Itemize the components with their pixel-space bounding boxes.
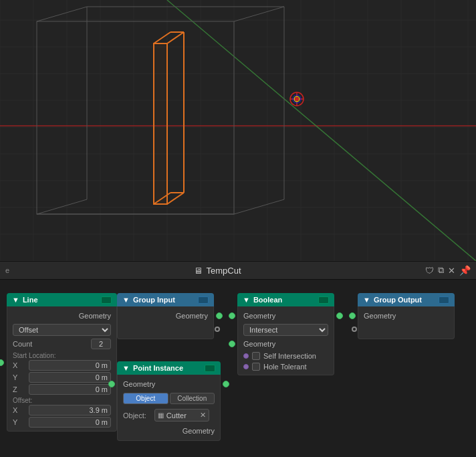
node-pi-object-field-wrapper: Object: ▦ Cutter ✕ (118, 406, 220, 424)
node-line-ox-label: X (13, 406, 26, 414)
node-bool-geom-out-label: Geometry (243, 340, 328, 348)
node-pi-icon (205, 365, 215, 372)
node-line-body: Geometry Offset Count 2 Start Location: … (7, 306, 117, 432)
node-bool-si-checkbox[interactable] (252, 352, 260, 360)
node-go-triangle: ▼ (363, 296, 370, 304)
node-gi-extra-row (118, 323, 213, 336)
node-go-geom-label: Geometry (364, 312, 449, 320)
node-bool-geom-in-socket (229, 312, 235, 319)
node-go-body: Geometry (358, 306, 455, 339)
render-icon: 🖥 (194, 266, 203, 276)
node-gi-geometry-label: Geometry (123, 312, 208, 320)
node-pi-geom-out-row: Geometry (118, 424, 220, 438)
node-line-x-row: X 0 m (7, 359, 116, 371)
node-bool-ht-checkbox[interactable] (252, 363, 260, 371)
node-line-x-label: X (13, 361, 26, 369)
node-group-input: ▼ Group Input Geometry (117, 293, 214, 339)
svg-rect-0 (0, 0, 476, 261)
node-pi-toggle-group: Object Collection (118, 391, 220, 406)
node-pi-geom-in-label: Geometry (123, 380, 215, 388)
node-go-geom-socket (349, 312, 356, 319)
node-pi-object-field[interactable]: ▦ Cutter ✕ (154, 409, 209, 422)
node-go-icon (439, 296, 449, 304)
node-line-ox-value[interactable]: 3.9 m (29, 405, 111, 416)
node-pi-body: Geometry Object Collection Object: ▦ Cut… (117, 375, 221, 441)
node-bool-intersect-row: Intersect (238, 323, 334, 337)
node-line-offset-select[interactable]: Offset (13, 324, 111, 336)
node-line-z-value[interactable]: 0 m (29, 384, 111, 395)
3d-viewport[interactable] (0, 0, 476, 261)
node-bool-geom-out-socket2 (229, 341, 235, 347)
node-line-y-value[interactable]: 0 m (29, 372, 111, 383)
node-pi-object-label: Object: (123, 412, 146, 420)
node-line-title: Line (23, 296, 38, 304)
copy-icon: ⧉ (438, 265, 444, 276)
node-pi-geom-out-socket (223, 381, 229, 387)
node-pi-object-clear[interactable]: ✕ (200, 411, 206, 420)
node-bool-body: Geometry Intersect Geometry Self Interse… (237, 306, 334, 375)
node-group-output: ▼ Group Output Geometry (358, 293, 455, 339)
node-line-count-row: Count 2 (7, 337, 116, 351)
node-line-header[interactable]: ▼ Line (7, 293, 117, 306)
node-bool-si-label: Self Intersection (263, 352, 316, 360)
pin-button[interactable]: 📌 (459, 265, 471, 276)
node-go-extra-socket (352, 327, 357, 332)
node-line-offset-section-label: Offset: (7, 395, 116, 404)
node-pi-geom-row: Geometry (118, 377, 220, 391)
node-line-y-row: Y 0 m (7, 371, 116, 383)
node-bool-si-socket (243, 353, 249, 359)
node-go-extra-row (358, 323, 454, 336)
node-bool-geom-out-socket (336, 312, 343, 319)
node-pi-geom-out-label: Geometry (123, 427, 215, 435)
node-pi-title: Point Instance (133, 364, 183, 372)
node-line-oy-value[interactable]: 0 m (29, 417, 111, 428)
node-go-header[interactable]: ▼ Group Output (358, 293, 455, 306)
left-edge-label: e (5, 266, 9, 274)
node-bool-title: Boolean (253, 296, 282, 304)
node-group-input-header[interactable]: ▼ Group Input (117, 293, 214, 306)
node-bool-ht-socket (243, 364, 249, 369)
node-line-y-label: Y (13, 373, 26, 381)
header-bar: e 🖥 TempCut 🛡 ⧉ ✕ 📌 (0, 261, 476, 280)
node-line-geometry-label: Geometry (13, 312, 111, 320)
node-line-count-value[interactable]: 2 (91, 339, 111, 349)
shield-icon: 🛡 (425, 266, 434, 276)
node-gi-triangle: ▼ (122, 296, 130, 304)
close-button[interactable]: ✕ (448, 266, 455, 276)
node-line-triangle: ▼ (12, 296, 19, 304)
filename: TempCut (207, 266, 241, 276)
node-bool-intersect-select[interactable]: Intersect (243, 324, 328, 336)
node-gi-title: Group Input (133, 296, 175, 304)
node-pi-collection-toggle[interactable]: Collection (170, 393, 215, 404)
node-boolean-header[interactable]: ▼ Boolean (237, 293, 334, 306)
node-bool-geom-in-label: Geometry (243, 312, 328, 320)
node-pi-object-toggle[interactable]: Object (123, 393, 168, 404)
node-line-x-value[interactable]: 0 m (29, 360, 111, 371)
node-pi-mesh-icon: ▦ (158, 412, 164, 419)
node-line: ▼ Line Geometry Offset Count 2 (7, 293, 117, 432)
node-line-oy-label: Y (13, 418, 26, 426)
node-boolean: ▼ Boolean Geometry Intersect Geome (237, 293, 334, 375)
node-gi-body: Geometry (117, 306, 214, 339)
node-editor[interactable]: ▼ Line Geometry Offset Count 2 (0, 280, 476, 457)
node-go-title: Group Output (374, 296, 422, 304)
node-bool-geom-in-row: Geometry (238, 309, 334, 323)
svg-rect-37 (154, 43, 167, 204)
node-pi-object-value: Cutter (166, 412, 197, 420)
node-pi-header[interactable]: ▼ Point Instance (117, 361, 221, 375)
node-point-instance: ▼ Point Instance Geometry Object Collect… (117, 361, 221, 441)
node-pi-geom-in-socket (108, 381, 115, 387)
node-pi-object-row: Object: ▦ Cutter ✕ (123, 407, 215, 423)
node-line-geometry-row: Geometry (7, 309, 116, 323)
node-bool-geom-out-row: Geometry (238, 337, 334, 351)
node-line-ox-row: X 3.9 m (7, 404, 116, 416)
node-line-icon (101, 296, 112, 304)
node-line-offset-row: Offset (7, 323, 116, 337)
node-gi-icon (198, 296, 209, 304)
node-line-oy-row: Y 0 m (7, 416, 116, 428)
node-bool-ht-label: Hole Tolerant (263, 363, 307, 371)
node-bool-self-intersect-row: Self Intersection (238, 351, 334, 361)
node-go-geometry-row: Geometry (358, 309, 454, 323)
node-bool-icon (318, 296, 329, 304)
node-bool-hole-tolerant-row: Hole Tolerant (238, 361, 334, 372)
